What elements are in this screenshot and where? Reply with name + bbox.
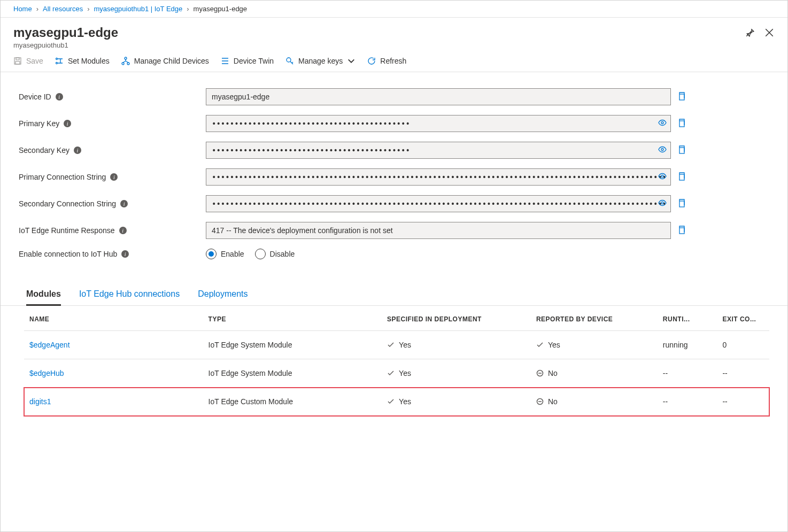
refresh-button[interactable]: Refresh: [367, 57, 406, 65]
module-type: IoT Edge Custom Module: [203, 388, 382, 416]
copy-icon[interactable]: [677, 92, 687, 102]
device-id-field[interactable]: [206, 88, 671, 105]
hierarchy-icon: [121, 57, 130, 65]
svg-point-10: [661, 122, 663, 124]
page-title: myasegpu1-edge: [13, 25, 118, 40]
radio-unselected-icon: [255, 249, 266, 259]
chevron-down-icon: [347, 57, 356, 65]
device-twin-button[interactable]: Device Twin: [221, 57, 274, 65]
modules-icon: [55, 57, 64, 65]
col-reported[interactable]: REPORTED BY DEVICE: [531, 306, 658, 331]
primary-key-field[interactable]: [206, 115, 671, 132]
chevron-right-icon: ›: [187, 5, 189, 13]
set-modules-label: Set Modules: [68, 57, 110, 65]
secondary-cs-label: Secondary Connection String: [19, 199, 116, 208]
close-icon[interactable]: [764, 27, 775, 38]
breadcrumb-hub[interactable]: myasegpuiothub1 | IoT Edge: [94, 5, 183, 13]
manage-keys-button[interactable]: Manage keys: [285, 57, 356, 65]
set-modules-button[interactable]: Set Modules: [55, 57, 110, 65]
tab-deployments[interactable]: Deployments: [198, 289, 248, 305]
module-type: IoT Edge System Module: [203, 331, 382, 359]
specified-cell: Yes: [387, 369, 526, 377]
manage-child-devices-button[interactable]: Manage Child Devices: [121, 57, 209, 65]
copy-icon[interactable]: [677, 172, 687, 182]
reveal-icon[interactable]: [658, 199, 667, 209]
svg-rect-17: [679, 201, 684, 207]
reported-cell: No: [536, 369, 652, 377]
secondary-key-label: Secondary Key: [19, 146, 69, 155]
copy-icon[interactable]: [677, 226, 687, 236]
col-exit[interactable]: EXIT CO...: [717, 306, 769, 331]
svg-point-12: [661, 149, 663, 151]
tab-connections[interactable]: IoT Edge Hub connections: [79, 289, 180, 305]
svg-point-14: [661, 175, 663, 178]
info-icon[interactable]: i: [121, 250, 129, 258]
radio-selected-icon: [206, 249, 217, 259]
pin-icon[interactable]: [745, 27, 755, 38]
col-name[interactable]: NAME: [24, 306, 203, 331]
refresh-icon: [367, 57, 376, 65]
enable-radio[interactable]: Enable: [206, 249, 244, 259]
key-icon: [285, 57, 294, 65]
reported-cell: No: [536, 397, 652, 406]
col-runtime[interactable]: RUNTI...: [658, 306, 717, 331]
chevron-right-icon: ›: [36, 5, 38, 13]
save-label: Save: [26, 57, 43, 65]
reveal-icon[interactable]: [658, 145, 667, 156]
exit-code: --: [717, 388, 769, 416]
info-icon[interactable]: i: [74, 147, 81, 154]
secondary-key-field[interactable]: [206, 142, 671, 159]
page-subtitle: myasegpuiothub1: [13, 41, 118, 49]
copy-icon[interactable]: [677, 145, 687, 156]
device-twin-label: Device Twin: [234, 57, 274, 65]
info-icon[interactable]: i: [64, 120, 71, 127]
breadcrumb-all-resources[interactable]: All resources: [43, 5, 83, 13]
device-id-label: Device ID: [19, 92, 51, 101]
save-button: Save: [13, 57, 43, 65]
module-name-link[interactable]: $edgeAgent: [29, 341, 70, 349]
info-icon[interactable]: i: [110, 173, 118, 181]
save-icon: [13, 57, 22, 65]
module-name-link[interactable]: digits1: [29, 397, 51, 406]
runtime-response-label: IoT Edge Runtime Response: [19, 226, 115, 235]
reveal-icon[interactable]: [658, 119, 667, 129]
col-type[interactable]: TYPE: [203, 306, 382, 331]
svg-point-8: [287, 58, 291, 62]
info-icon[interactable]: i: [56, 93, 63, 101]
table-row: $edgeHubIoT Edge System ModuleYesNo----: [24, 359, 769, 388]
secondary-cs-field[interactable]: [206, 195, 671, 212]
manage-keys-label: Manage keys: [298, 57, 343, 65]
manage-child-label: Manage Child Devices: [134, 57, 209, 65]
breadcrumb-home[interactable]: Home: [13, 5, 32, 13]
enable-connection-label: Enable connection to IoT Hub: [19, 250, 117, 258]
chevron-right-icon: ›: [87, 5, 89, 13]
svg-rect-15: [679, 174, 684, 180]
table-row: digits1IoT Edge Custom ModuleYesNo----: [24, 388, 769, 416]
svg-point-16: [661, 202, 663, 204]
tab-modules[interactable]: Modules: [26, 289, 61, 306]
info-icon[interactable]: i: [120, 200, 128, 207]
copy-icon[interactable]: [677, 119, 687, 129]
breadcrumb: Home › All resources › myasegpuiothub1 |…: [1, 1, 787, 18]
primary-key-label: Primary Key: [19, 119, 59, 128]
specified-cell: Yes: [387, 341, 526, 349]
svg-rect-1: [16, 58, 19, 60]
disable-radio[interactable]: Disable: [255, 249, 295, 259]
reveal-icon[interactable]: [658, 172, 667, 182]
primary-cs-label: Primary Connection String: [19, 173, 106, 181]
primary-cs-field[interactable]: [206, 168, 671, 186]
module-name-link[interactable]: $edgeHub: [29, 369, 64, 377]
copy-icon[interactable]: [677, 199, 687, 209]
exit-code: 0: [717, 331, 769, 359]
reported-cell: Yes: [536, 341, 652, 349]
runtime-response-field[interactable]: [206, 222, 671, 239]
breadcrumb-current: myasegpu1-edge: [194, 5, 247, 13]
enable-label: Enable: [221, 250, 244, 258]
svg-point-7: [127, 63, 129, 65]
svg-rect-18: [679, 228, 684, 234]
tabs: Modules IoT Edge Hub connections Deploym…: [1, 274, 787, 306]
col-specified[interactable]: SPECIFIED IN DEPLOYMENT: [382, 306, 531, 331]
info-icon[interactable]: i: [119, 227, 127, 234]
module-type: IoT Edge System Module: [203, 359, 382, 388]
modules-table: NAME TYPE SPECIFIED IN DEPLOYMENT REPORT…: [24, 306, 769, 416]
